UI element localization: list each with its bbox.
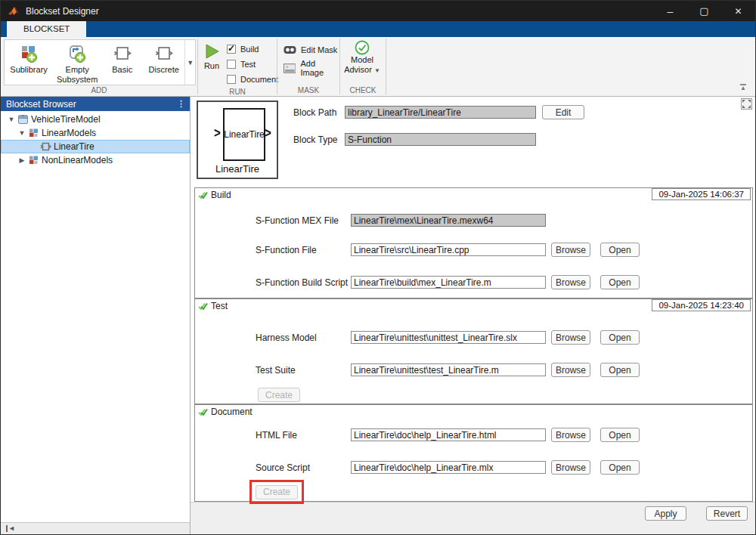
browse-button[interactable]: Browse	[551, 460, 590, 475]
document-checkbox-box[interactable]	[227, 75, 236, 84]
open-button[interactable]: Open	[600, 330, 640, 345]
add-basic-button[interactable]: Basic	[101, 40, 143, 85]
test-section: Test 09-Jan-2025 14:23:40 Harness Model …	[194, 298, 753, 404]
apply-button[interactable]: Apply	[645, 506, 686, 521]
sublibrary-add-icon	[19, 44, 39, 63]
ribbon-tab-bar: BLOCKSET	[1, 21, 755, 37]
block-preview-caption: LinearTire	[198, 163, 277, 175]
status-check-icon	[198, 191, 208, 199]
open-button[interactable]: Open	[600, 460, 640, 475]
test-suite-field[interactable]	[351, 363, 546, 376]
source-script-label: Source Script	[256, 462, 351, 473]
source-script-field[interactable]	[351, 461, 546, 474]
document-section: Document HTML File Browse Open Source Sc…	[194, 404, 753, 502]
tree-item-label: NonLinearModels	[42, 155, 113, 165]
section-label-mask: MASK	[277, 85, 339, 96]
tab-blockset[interactable]: BLOCKSET	[7, 21, 86, 37]
build-section: Build 09-Jan-2025 14:06:37 S-Function ME…	[194, 187, 753, 298]
discrete-block-icon	[154, 44, 174, 63]
harness-model-label: Harness Model	[256, 332, 351, 343]
expander-closed-icon[interactable]	[18, 156, 26, 164]
block-info-area: > LinearTire > LinearTire Block Path Edi…	[191, 97, 755, 187]
highlight-annotation: Create	[249, 480, 304, 504]
blockset-browser-header: Blockset Browser	[1, 97, 190, 111]
html-file-field[interactable]	[351, 428, 546, 441]
model-advisor-button[interactable]: Model Advisor ▼	[340, 37, 384, 85]
plus-badge	[76, 53, 85, 63]
tree-item-linearmodels[interactable]: LinearModels	[1, 126, 190, 140]
add-empty-subsystem-button[interactable]: Empty Subsystem	[53, 40, 101, 85]
document-create-button[interactable]: Create	[256, 485, 298, 499]
add-image-button[interactable]: Add Image	[284, 59, 339, 77]
test-create-button[interactable]: Create	[258, 388, 300, 402]
window-title: Blockset Designer	[26, 6, 99, 17]
test-section-title: Test	[211, 301, 228, 311]
browse-button[interactable]: Browse	[551, 275, 590, 289]
ribbon-collapse-button[interactable]: ▲	[740, 84, 746, 91]
toolbar-section-check: Model Advisor ▼ CHECK	[340, 37, 386, 96]
build-timestamp: 09-Jan-2025 14:06:37	[652, 188, 751, 200]
open-button[interactable]: Open	[600, 275, 640, 289]
tree-item-nonlinearmodels[interactable]: NonLinearModels	[1, 153, 190, 167]
status-check-icon	[198, 302, 208, 311]
sfunction-build-script-label: S-Function Build Script	[256, 277, 351, 288]
run-play-icon	[203, 42, 221, 60]
build-checkbox-box[interactable]	[227, 45, 236, 54]
add-discrete-button[interactable]: Discrete	[143, 40, 184, 85]
expand-panel-button[interactable]	[741, 98, 752, 110]
blockset-browser-panel: Blockset Browser VehicleTireModel	[1, 97, 191, 534]
toolbar-section-mask: Edit Mask Add Image MASK	[277, 37, 339, 96]
basic-block-icon	[113, 44, 132, 63]
checkbox-test[interactable]: Test	[227, 57, 278, 72]
expander-open-icon[interactable]	[8, 116, 15, 123]
harness-model-field[interactable]	[351, 331, 546, 344]
checkbox-document[interactable]: Document	[227, 72, 278, 87]
checkbox-build[interactable]: Build	[227, 42, 278, 57]
block-path-label: Block Path	[293, 107, 345, 118]
tree-item-lineartire[interactable]: LinearTire	[1, 140, 190, 153]
expand-arrows-icon	[742, 100, 751, 108]
browse-button[interactable]: Browse	[551, 428, 590, 442]
revert-button[interactable]: Revert	[706, 506, 748, 521]
add-sublibrary-button[interactable]: Sublibrary	[5, 40, 53, 85]
run-button[interactable]: Run	[203, 40, 221, 87]
expander-open-icon[interactable]	[18, 129, 26, 137]
edit-button[interactable]: Edit	[542, 105, 584, 119]
open-button[interactable]: Open	[600, 363, 640, 377]
minimize-button[interactable]	[653, 1, 687, 21]
section-label-check: CHECK	[340, 85, 386, 96]
kebab-menu-icon[interactable]	[177, 99, 185, 109]
gallery-dropdown-button[interactable]: ▼	[184, 40, 195, 85]
sidebar-status-bar	[1, 522, 190, 534]
blockset-icon	[17, 114, 29, 125]
tree-item-label: LinearTire	[54, 141, 94, 152]
ribbon-toolbar: Sublibrary Empty Subsystem	[1, 37, 755, 97]
block-properties-panel: > LinearTire > LinearTire Block Path Edi…	[191, 97, 755, 534]
sfunction-build-script-field[interactable]	[351, 276, 546, 289]
build-section-title: Build	[211, 190, 231, 200]
close-button[interactable]	[721, 1, 755, 21]
test-suite-label: Test Suite	[256, 365, 351, 376]
chevron-down-icon: ▼	[374, 67, 380, 74]
edit-mask-button[interactable]: Edit Mask	[284, 45, 339, 54]
open-button[interactable]: Open	[600, 243, 640, 257]
block-path-field	[345, 106, 536, 119]
test-checkbox-box[interactable]	[227, 60, 236, 69]
tree-item-vehicletiremodel[interactable]: VehicleTireModel	[1, 113, 190, 126]
sfunction-file-field[interactable]	[351, 243, 546, 256]
browse-button[interactable]: Browse	[551, 243, 590, 257]
collapse-left-icon[interactable]	[6, 525, 15, 532]
open-button[interactable]: Open	[600, 428, 640, 442]
sublibrary-icon	[28, 128, 39, 138]
block-icon	[40, 141, 51, 152]
browse-button[interactable]: Browse	[551, 330, 590, 345]
toolbar-section-run: Run Build Test Document	[198, 37, 277, 96]
matlab-logo-icon	[8, 5, 20, 17]
maximize-button[interactable]	[687, 1, 721, 21]
test-timestamp: 09-Jan-2025 14:23:40	[652, 299, 751, 311]
html-file-label: HTML File	[256, 430, 351, 441]
tree-item-label: VehicleTireModel	[31, 114, 101, 125]
block-preview: > LinearTire > LinearTire	[197, 101, 278, 179]
browse-button[interactable]: Browse	[551, 363, 590, 377]
tree-item-label: LinearModels	[42, 128, 96, 138]
